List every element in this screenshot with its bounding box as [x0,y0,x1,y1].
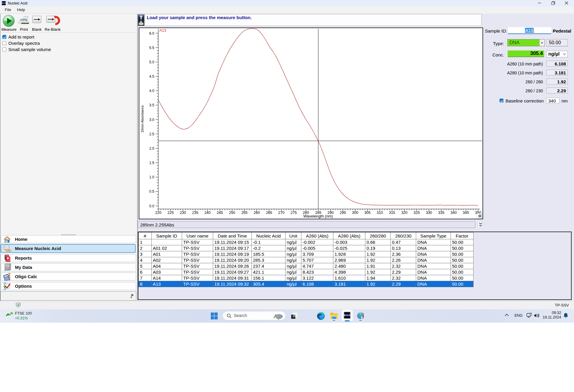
svg-text:2.5: 2.5 [149,132,154,136]
svg-text:220: 220 [155,211,161,215]
svg-text:225: 225 [167,211,174,215]
svg-text:4.5: 4.5 [149,74,154,79]
svg-text:320: 320 [401,211,407,215]
svg-text:6.0: 6.0 [149,31,154,36]
svg-text:1.5: 1.5 [149,161,154,165]
svg-text:3.0: 3.0 [149,118,154,122]
svg-text:4.0: 4.0 [149,89,154,93]
svg-text:240: 240 [204,211,211,215]
svg-text:2.0: 2.0 [149,146,154,151]
svg-text:335: 335 [438,211,445,215]
svg-text:5.5: 5.5 [149,46,154,50]
svg-text:0.5: 0.5 [149,189,154,194]
svg-text:265: 265 [266,211,272,215]
svg-text:330: 330 [426,211,432,215]
svg-text:275: 275 [291,211,297,215]
svg-text:5.0: 5.0 [149,60,154,64]
svg-text:235: 235 [192,211,199,215]
svg-text:325: 325 [413,211,420,215]
svg-text:310: 310 [377,211,383,215]
svg-text:230: 230 [180,211,186,215]
svg-text:1.0: 1.0 [149,175,154,179]
svg-text:255: 255 [241,211,248,215]
svg-text:340: 340 [451,211,457,215]
svg-text:295: 295 [340,211,346,215]
svg-text:A13: A13 [159,28,166,33]
svg-text:0.0: 0.0 [149,204,154,208]
svg-text:315: 315 [389,211,395,215]
svg-text:250: 250 [229,211,235,215]
svg-text:305: 305 [364,211,371,215]
svg-text:260: 260 [254,211,260,215]
svg-text:10mm Absorbance: 10mm Absorbance [141,105,144,133]
svg-text:245: 245 [217,211,223,215]
svg-text:345: 345 [463,211,469,215]
svg-text:300: 300 [352,211,358,215]
svg-text:270: 270 [278,211,285,215]
svg-text:3.5: 3.5 [149,103,154,107]
svg-text:Wavelength (nm): Wavelength (nm) [303,214,333,218]
